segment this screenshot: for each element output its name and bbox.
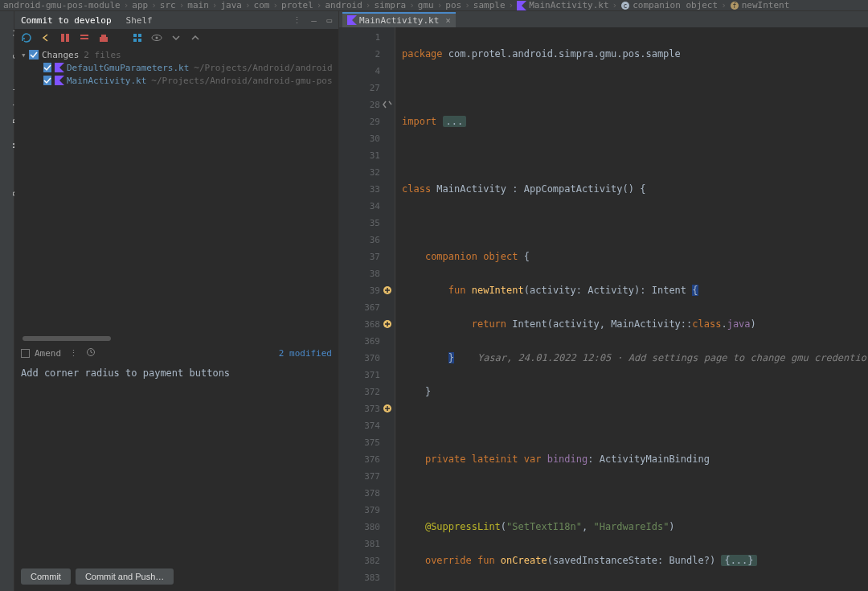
close-icon[interactable]: ×	[445, 15, 451, 26]
breadcrumb-symbol[interactable]: f newIntent	[730, 0, 790, 10]
diff-icon[interactable]	[59, 32, 71, 43]
editor-gutter[interactable]: 1 2 4 27 28 29 30 31 32 33 34 35 36 37 3…	[339, 27, 395, 591]
kotlin-file-icon	[347, 15, 357, 25]
amend-checkbox[interactable]	[21, 349, 30, 358]
line-number[interactable]: 367	[339, 299, 380, 316]
checkbox-checked-icon[interactable]	[43, 76, 51, 85]
checkbox-checked-icon[interactable]	[29, 50, 39, 60]
line-number[interactable]: 28	[339, 96, 380, 113]
line-number[interactable]: 30	[339, 130, 380, 147]
commit-and-push-button[interactable]: Commit and Push…	[76, 568, 174, 585]
collapse-icon[interactable]	[190, 32, 201, 43]
override-icon[interactable]	[382, 285, 393, 296]
line-number[interactable]: 370	[339, 350, 380, 367]
code-tag-icon[interactable]	[382, 99, 393, 110]
line-number[interactable]: 371	[339, 367, 380, 384]
svg-rect-14	[138, 39, 141, 42]
line-number[interactable]: 369	[339, 333, 380, 350]
line-number[interactable]: 373	[339, 400, 380, 417]
line-number[interactable]: 27	[339, 80, 380, 96]
line-number[interactable]: 39	[339, 282, 380, 299]
svg-rect-8	[80, 38, 88, 39]
shelve-icon[interactable]	[98, 32, 109, 43]
view-options-icon[interactable]	[151, 32, 162, 43]
editor-area: MainActivity.kt × 1 2 4 27 28 29 30 31 3…	[339, 11, 868, 591]
line-number[interactable]: 377	[339, 468, 380, 485]
function-icon: f	[730, 1, 739, 10]
panel-options-icon[interactable]: ⋮	[293, 15, 301, 26]
modified-count[interactable]: 2 modified	[279, 348, 332, 359]
changed-file[interactable]: MainActivity.kt ~/Projects/Android/andro…	[21, 74, 332, 87]
breadcrumb-item[interactable]: main	[187, 0, 209, 10]
panel-minimize-icon[interactable]: —	[311, 15, 317, 26]
line-number[interactable]: 32	[339, 164, 380, 181]
breadcrumb-item[interactable]: pos	[445, 0, 461, 10]
line-number[interactable]: 372	[339, 384, 380, 400]
breadcrumb-item[interactable]: com	[254, 0, 270, 10]
checkbox-checked-icon[interactable]	[43, 63, 51, 72]
line-number[interactable]: 2	[339, 46, 380, 63]
commit-panel-tabs: Commit to develop Shelf ⋮ — ▭	[14, 11, 338, 29]
line-number[interactable]: 38	[339, 265, 380, 282]
breadcrumb-item[interactable]: sample	[473, 0, 506, 10]
breadcrumb-item[interactable]: app	[132, 0, 148, 10]
line-number[interactable]: 374	[339, 417, 380, 434]
changed-file[interactable]: DefaultGmuParameters.kt ~/Projects/Andro…	[21, 61, 332, 74]
file-name: MainActivity.kt	[67, 76, 146, 86]
chevron-down-icon[interactable]: ▾	[21, 50, 29, 60]
line-number[interactable]: 376	[339, 451, 380, 468]
breadcrumb-item[interactable]: android-gmu-pos-module	[3, 0, 121, 10]
line-number[interactable]: 382	[339, 552, 380, 569]
breadcrumb-file[interactable]: MainActivity.kt	[517, 0, 608, 10]
svg-rect-12	[138, 34, 141, 37]
line-number[interactable]: 380	[339, 519, 380, 536]
line-number[interactable]: 1	[339, 29, 380, 46]
override-icon[interactable]	[382, 403, 393, 414]
line-number[interactable]: 33	[339, 181, 380, 198]
line-number[interactable]: 378	[339, 485, 380, 502]
line-number[interactable]: 383	[339, 569, 380, 586]
line-number[interactable]: 37	[339, 248, 380, 265]
line-number[interactable]: 31	[339, 147, 380, 164]
breadcrumb-item[interactable]: gmu	[418, 0, 434, 10]
group-by-icon[interactable]	[132, 32, 143, 43]
changes-group[interactable]: ▾ Changes 2 files	[21, 48, 332, 61]
override-icon[interactable]	[382, 318, 393, 330]
tab-commit[interactable]: Commit to develop	[21, 15, 112, 26]
commit-message-input[interactable]: Add corner radius to payment buttons	[14, 363, 338, 564]
breadcrumb-item[interactable]: protel	[281, 0, 313, 10]
commit-toolbar	[14, 29, 338, 47]
panel-hide-icon[interactable]: ▭	[326, 15, 332, 26]
line-number[interactable]: 368	[339, 316, 380, 333]
breadcrumb-symbol[interactable]: c companion object	[620, 0, 718, 10]
editor-tabs: MainActivity.kt ×	[339, 11, 868, 27]
editor-code[interactable]: package com.protel.android.simpra.gmu.po…	[395, 27, 868, 591]
line-number[interactable]: 381	[339, 536, 380, 552]
line-number[interactable]: 34	[339, 198, 380, 215]
commit-history-icon[interactable]	[86, 347, 96, 359]
breadcrumb-item[interactable]: android	[325, 0, 362, 10]
line-number[interactable]: 36	[339, 232, 380, 248]
line-number[interactable]: 375	[339, 434, 380, 451]
line-number[interactable]: 29	[339, 113, 380, 130]
breadcrumb-item[interactable]: java	[220, 0, 242, 10]
tab-shelf[interactable]: Shelf	[126, 15, 153, 26]
commit-button[interactable]: Commit	[21, 568, 71, 585]
commit-options-icon[interactable]: ⋮	[69, 348, 78, 359]
svg-marker-0	[517, 1, 526, 10]
breadcrumb-item[interactable]: src	[160, 0, 176, 10]
breadcrumb-item[interactable]: simpra	[374, 0, 406, 10]
changes-tree[interactable]: ▾ Changes 2 files DefaultGmuParameters.k…	[14, 47, 338, 88]
refresh-icon[interactable]	[21, 32, 32, 43]
line-number[interactable]: 4	[339, 63, 380, 80]
line-number[interactable]: 35	[339, 215, 380, 232]
rollback-icon[interactable]	[40, 32, 51, 43]
horizontal-scrollbar[interactable]	[23, 336, 111, 341]
changelist-icon[interactable]	[79, 32, 90, 43]
svg-marker-18	[55, 76, 64, 85]
expand-icon[interactable]	[170, 32, 182, 43]
svg-rect-9	[100, 37, 108, 42]
kotlin-file-icon	[517, 1, 526, 10]
editor-tab[interactable]: MainActivity.kt ×	[342, 12, 456, 27]
line-number[interactable]: 379	[339, 502, 380, 519]
